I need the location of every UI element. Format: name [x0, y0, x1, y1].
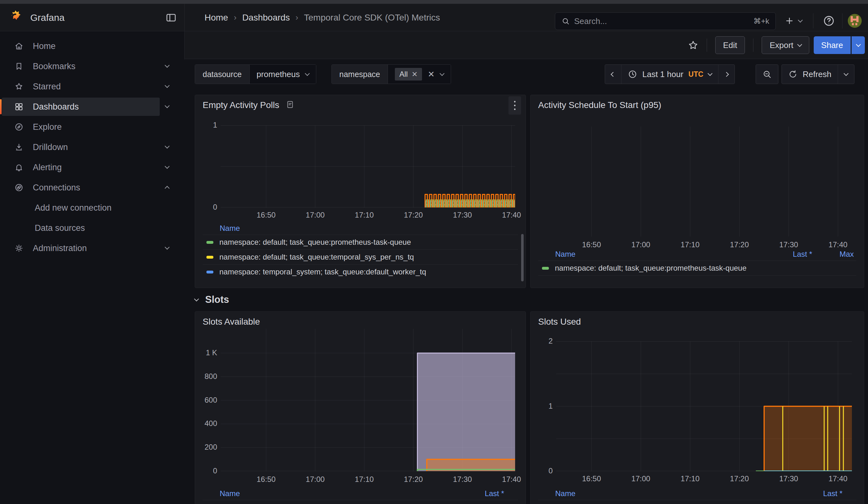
x-axis-tick: 17:00	[306, 210, 325, 219]
series-label: namespace: default; task_queue:prometheu…	[219, 238, 411, 247]
export-button[interactable]: Export	[762, 36, 809, 54]
legend-header: NameLast *	[538, 487, 856, 500]
refresh-interval-dropdown[interactable]	[838, 65, 854, 84]
legend-column-last[interactable]: Last *	[795, 489, 843, 498]
time-series-plot[interactable]	[221, 125, 515, 207]
sidebar-item-explore[interactable]: Explore	[2, 118, 160, 136]
search-input[interactable]	[574, 17, 749, 26]
grafana-logo-icon[interactable]	[8, 10, 23, 25]
x-axis: 16:5017:0017:1017:2017:3017:40	[556, 474, 848, 485]
share-button[interactable]: Share	[814, 36, 851, 54]
avatar[interactable]	[848, 14, 862, 28]
series-swatch	[206, 271, 213, 274]
time-series-plot[interactable]	[556, 341, 852, 471]
edit-button[interactable]: Edit	[715, 36, 745, 54]
panel-title[interactable]: Slots Used	[538, 317, 581, 327]
breadcrumb-separator: ›	[296, 13, 298, 22]
legend-column-last[interactable]: Last *	[765, 250, 812, 259]
x-axis-tick: 17:40	[502, 475, 521, 484]
x-axis: 16:5017:0017:1017:2017:3017:40	[221, 475, 521, 486]
zoom-out-button	[756, 64, 778, 84]
section-slots[interactable]: Slots	[195, 288, 229, 311]
sidebar-item-starred[interactable]: Starred	[2, 78, 160, 96]
panel-title[interactable]: Empty Activity Polls	[203, 100, 279, 110]
sidebar-item-label: Drilldown	[33, 142, 68, 152]
share-dropdown-button[interactable]	[851, 36, 865, 54]
legend-item[interactable]: namespace: default; task_queue:prometheu…	[203, 235, 518, 249]
time-shift-back-button[interactable]	[605, 65, 621, 84]
breadcrumb-dashboards[interactable]: Dashboards	[242, 13, 290, 23]
time-series-plot[interactable]	[221, 329, 515, 471]
chevron-down-icon[interactable]	[165, 245, 169, 251]
sidebar-row: Dashboards	[0, 96, 184, 117]
help-icon[interactable]	[821, 13, 836, 28]
connections-icon	[14, 183, 24, 193]
x-axis-tick: 17:20	[404, 475, 423, 484]
sidebar-row: Drilldown	[0, 137, 184, 157]
refresh-button[interactable]: Refresh	[782, 65, 838, 84]
panel-slots-available: Slots Available 1 K8006004002000 16:5017…	[195, 311, 526, 504]
variable-datasource-label: datasource	[195, 65, 249, 84]
sidebar-row: Home	[0, 36, 184, 56]
panel-description-icon[interactable]	[286, 100, 294, 110]
sidebar-item-connections[interactable]: Connections	[2, 178, 160, 197]
sidebar-row: Connections	[0, 177, 184, 198]
variable-namespace-value[interactable]: All✕ ✕	[388, 65, 451, 84]
chevron-down-icon[interactable]	[165, 104, 169, 110]
legend-scrollbar[interactable]	[521, 234, 524, 281]
legend-item[interactable]: namespace: default; task_queue:temporal_…	[203, 249, 518, 264]
variable-namespace: namespace All✕ ✕	[331, 64, 451, 84]
panel-title[interactable]: Slots Available	[203, 317, 260, 327]
legend-item[interactable]: namespace: default; task_queue:prometheu…	[538, 260, 856, 275]
sidebar-item-dashboards[interactable]: Dashboards	[2, 97, 160, 116]
chevron-down-icon[interactable]	[165, 144, 169, 150]
panel-title[interactable]: Activity Schedule To Start (p95)	[538, 100, 661, 110]
legend-item[interactable]: namespace: default; task_queue:prometheu…	[538, 500, 856, 504]
panel-legend: NameLast *namespace: default; task_queue…	[203, 487, 518, 504]
chevron-down-icon	[194, 296, 199, 301]
legend-column-max[interactable]: Max	[824, 250, 854, 259]
y-axis-tick: 0	[213, 466, 217, 475]
new-menu-button[interactable]	[785, 13, 802, 28]
chevron-down-icon[interactable]	[165, 165, 169, 170]
time-series-plot[interactable]	[556, 127, 852, 237]
legend-column-name[interactable]: Name	[542, 250, 765, 259]
time-range-picker[interactable]: Last 1 hour UTC	[621, 65, 718, 84]
legend-column-last[interactable]: Last *	[457, 489, 504, 498]
chevron-down-icon[interactable]	[165, 63, 169, 69]
sidebar-item-data-sources[interactable]: Data sources	[2, 219, 160, 237]
legend-column-name[interactable]: Name	[206, 224, 515, 233]
legend-rows: namespace: default; task_queue:prometheu…	[538, 260, 856, 276]
chevron-down-icon	[856, 42, 861, 47]
legend-item[interactable]: namespace: default; task_queue:prometheu…	[203, 500, 518, 504]
star-dashboard-icon[interactable]	[688, 40, 699, 51]
sidebar-item-bookmarks[interactable]: Bookmarks	[2, 57, 160, 75]
legend-column-name[interactable]: Name	[206, 489, 457, 498]
chevron-down-icon[interactable]	[165, 84, 169, 89]
y-axis: 210	[533, 341, 553, 471]
clear-icon[interactable]: ✕	[428, 70, 435, 78]
series-label: namespace: default; task_queue:temporal_…	[219, 253, 414, 261]
time-shift-forward-button[interactable]	[718, 65, 734, 84]
legend-item[interactable]: namespace: temporal_system; task_queue:d…	[203, 264, 518, 279]
divider	[753, 39, 753, 52]
series-swatch	[542, 267, 549, 270]
namespace-chip[interactable]: All✕	[395, 68, 422, 81]
panel-menu-icon[interactable]	[508, 96, 521, 115]
zoom-out-icon[interactable]	[756, 65, 778, 84]
legend-column-name[interactable]: Name	[542, 489, 795, 498]
sidebar-item-alerting[interactable]: Alerting	[2, 158, 160, 176]
sidebar-item-home[interactable]: Home	[2, 37, 160, 55]
breadcrumb-home[interactable]: Home	[205, 13, 228, 23]
chevron-up-icon[interactable]	[165, 185, 169, 191]
sidebar-toggle-icon[interactable]	[164, 11, 178, 25]
remove-chip-icon[interactable]: ✕	[412, 71, 417, 78]
chevron-down-icon[interactable]	[440, 71, 445, 76]
sidebar-item-administration[interactable]: Administration	[2, 239, 160, 257]
sidebar-item-drilldown[interactable]: Drilldown	[2, 138, 160, 156]
chevron-down-icon	[798, 17, 803, 22]
variable-datasource-value[interactable]: prometheus	[249, 65, 316, 84]
time-range-controls: Last 1 hour UTC	[605, 64, 735, 84]
search-box[interactable]: ⌘+k	[555, 12, 776, 30]
sidebar-item-add-new-connection[interactable]: Add new connection	[2, 199, 160, 217]
